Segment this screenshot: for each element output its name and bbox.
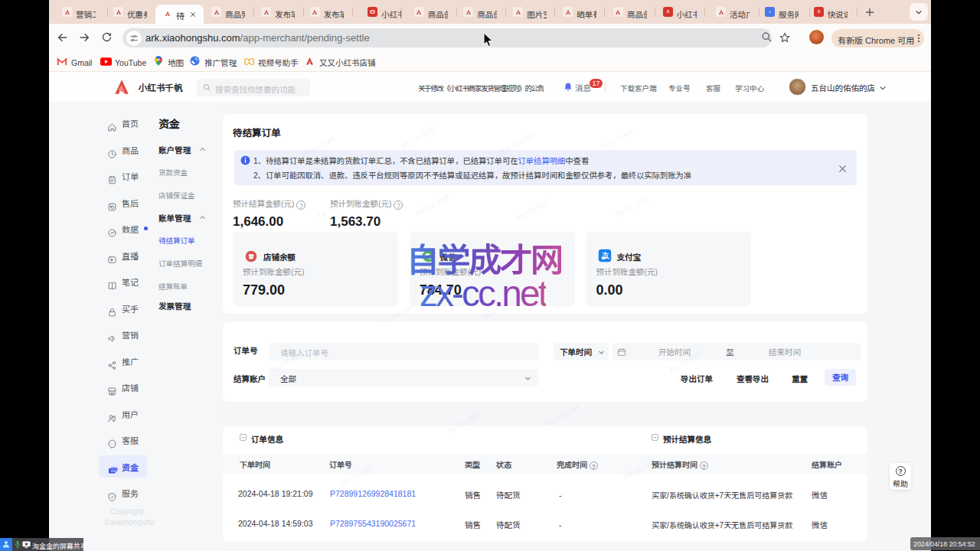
svg-text:B: B xyxy=(666,10,668,14)
svg-text:Z: Z xyxy=(769,10,771,14)
svg-text:B: B xyxy=(817,10,819,14)
